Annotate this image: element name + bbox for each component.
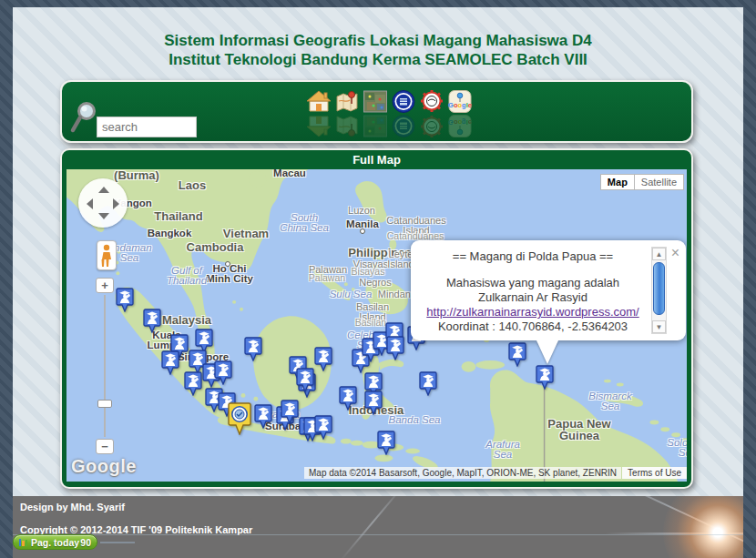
icon-reflection [363,114,388,138]
icon-reflection [334,114,360,138]
page-title: Sistem Informasi Geografis Lokasi Magang… [13,31,743,69]
map-type-control: Map Satellite [600,174,684,190]
map-marker[interactable] [339,386,357,411]
svg-text:Google: Google [448,101,472,109]
zoom-out-button[interactable]: − [96,439,114,454]
info-window-content: == Magang di Polda Papua == Mahasiswa ya… [422,240,644,334]
map-marker[interactable] [314,415,332,440]
scroll-up-icon[interactable]: ▲ [652,248,666,260]
page-counter-value: 90 [80,537,91,548]
campus-marker[interactable] [228,402,251,435]
search-icon [69,100,98,142]
pan-down-icon[interactable] [98,213,109,219]
map-panel-title: Full Map [62,151,691,168]
map-marker[interactable] [508,342,526,367]
svg-text:Google: Google [448,118,472,127]
info-window-scrollbar: ▲ ▼ [651,247,667,334]
map-marker[interactable] [254,404,272,429]
info-window-coordinates: Koordinat : 140.706864, -2.5364203 [422,320,644,334]
map-panel: Full Map [60,148,693,489]
attribution-text: Map data ©2014 Basarsoft, Google, MapIT,… [304,467,621,479]
pan-right-icon[interactable] [113,198,119,209]
page-counter-label: Pag. today [31,537,80,548]
histats-icon [19,539,27,546]
zoom-slider-handle[interactable] [97,400,112,408]
page-counter-badge[interactable]: Pag. today 90 [13,534,97,550]
light-streak [340,496,405,558]
map-marker[interactable] [161,350,179,375]
google-maps-icon[interactable]: Google Google [447,89,473,127]
close-icon[interactable]: × [671,246,679,260]
header-bar: Google Google [60,80,693,143]
page-title-line2: Institut Teknologi Bandung Kerma SEAMOLE… [13,50,743,69]
terms-of-use-link[interactable]: Terms of Use [622,467,687,479]
scroll-down-icon[interactable]: ▼ [652,320,666,333]
pan-up-icon[interactable] [98,187,109,193]
info-window-tail [536,340,558,364]
zoom-in-button[interactable]: + [96,278,114,293]
pegman-icon [100,244,113,268]
map-type-satellite-button[interactable]: Satellite [634,174,684,190]
page: Sistem Informasi Geografis Lokasi Magang… [0,0,756,558]
map-marker[interactable] [214,360,232,385]
badge-line [100,542,135,543]
seamolec-logo-icon[interactable] [419,89,444,127]
icon-reflection [306,114,332,138]
pan-left-icon[interactable] [87,198,93,209]
map-directory-icon[interactable] [334,89,360,127]
icon-reflection [391,114,416,138]
zoom-slider-track[interactable] [104,295,106,437]
google-watermark[interactable]: Google [71,456,137,477]
info-window: == Magang di Polda Papua == Mahasiswa ya… [411,240,686,340]
map-canvas[interactable]: + − Map Satellite (Burma)LaosYangonThail… [66,169,687,482]
map-marker[interactable] [314,347,332,371]
campus-logo-icon[interactable] [391,89,416,127]
info-window-link[interactable]: http://zulkarnainarrasyid.wordpress.com/ [426,305,639,319]
map-type-map-button[interactable]: Map [600,174,634,190]
map-marker[interactable] [364,391,383,415]
map-marker[interactable] [377,431,395,455]
icon-reflection: Google [447,114,473,138]
map-attribution: Map data ©2014 Basarsoft, Google, MapIT,… [304,466,687,480]
lens-flare [663,496,743,558]
map-marker[interactable] [184,371,202,396]
map-marker[interactable] [116,288,134,312]
map-marker[interactable] [419,371,437,396]
map-marker[interactable] [244,337,262,361]
page-title-line1: Sistem Informasi Geografis Lokasi Magang… [13,31,743,50]
info-window-title: == Magang di Polda Papua == [422,249,644,264]
home-icon[interactable] [306,89,332,127]
selected-map-marker[interactable] [536,365,554,390]
map-marker[interactable] [296,368,314,392]
footer: Design by Mhd. Syarif Copyright © 2012-2… [13,496,743,558]
map-marker[interactable] [143,309,161,333]
header-icons: Google Google [306,89,473,127]
satellite-map-icon[interactable] [363,89,388,127]
map-marker[interactable] [386,336,404,360]
search-input[interactable] [97,117,197,137]
design-credit: Design by Mhd. Syarif [20,502,125,512]
info-window-body: Mahasiswa yang magang adalah Zulkarnain … [422,276,644,305]
pegman-control[interactable] [97,240,117,270]
icon-reflection [419,114,444,138]
footer-divider [13,534,743,535]
scrollbar-thumb[interactable] [653,262,665,315]
map-pan-control[interactable] [78,178,128,228]
map-marker[interactable] [281,400,299,424]
